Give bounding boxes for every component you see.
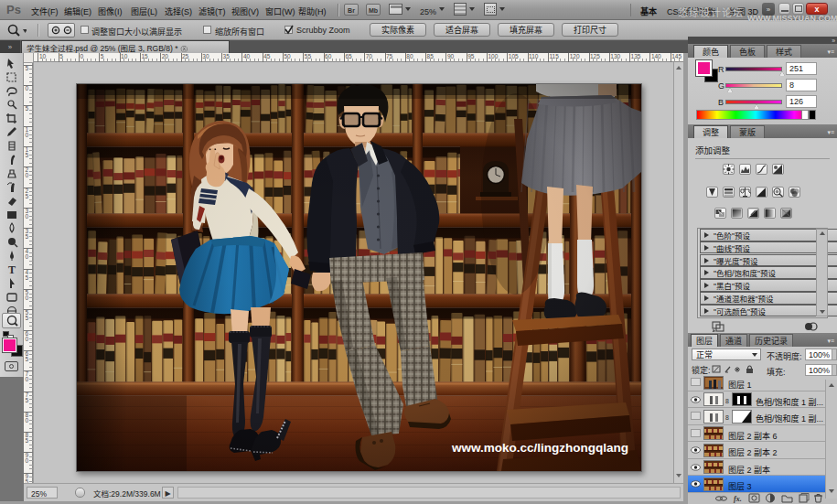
svg-text:T: T <box>8 263 16 276</box>
svg-text:www.moko.cc/lingzhongqlang: www.moko.cc/lingzhongqlang <box>451 441 628 455</box>
svg-text:fx.: fx. <box>734 495 742 503</box>
